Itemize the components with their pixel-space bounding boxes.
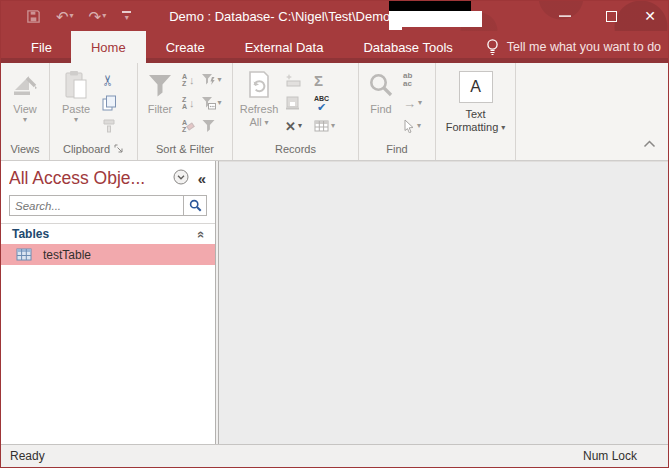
toggle-filter-button[interactable] [198,116,225,136]
search-button[interactable] [183,196,206,215]
select-button[interactable]: ▾ [400,116,425,136]
nav-item-label: testTable [43,248,91,262]
save-record-button[interactable] [282,93,305,113]
tell-me-label: Tell me what you want to do [507,40,661,54]
status-ready: Ready [10,449,583,463]
view-button[interactable]: View ▾ [4,65,46,124]
nav-item-testtable[interactable]: testTable [1,244,215,265]
totals-button[interactable]: Σ [311,70,338,90]
filter-button[interactable]: Filter [141,65,179,116]
tab-database-tools[interactable]: Database Tools [343,31,472,63]
filter-selection-icon [201,73,216,87]
text-formatting-a-icon: A [459,71,493,103]
delete-icon: ✕ [285,120,296,133]
ribbon: View ▾ Views [1,63,668,161]
filter-selection-dropdown-icon: ▾ [218,76,222,84]
save-button[interactable] [26,9,41,24]
close-icon: ✕ [644,8,656,24]
search-input[interactable] [10,196,183,215]
refresh-all-button[interactable]: Refresh All ▾ [236,65,282,129]
ribbon-group-views: View ▾ Views [1,63,50,160]
save-icon [26,9,41,24]
undo-dropdown-icon[interactable]: ▾ [70,12,74,20]
copy-button[interactable] [99,93,120,113]
sort-filter-group-label: Sort & Filter [138,141,232,160]
status-bar: Ready Num Lock [1,444,668,467]
tab-file[interactable]: File [12,31,71,63]
format-painter-button[interactable] [99,116,120,136]
tables-collapse-icon[interactable]: « [195,230,208,237]
spelling-button[interactable]: ABC ✔ [311,93,338,113]
maximize-button[interactable] [590,1,632,31]
replace-button[interactable]: ab ac [400,70,425,90]
new-record-icon [285,73,302,87]
redo-button[interactable]: ↷ ▾ [89,9,107,24]
tab-create[interactable]: Create [146,31,225,63]
access-window: ↶ ▾ ↷ ▾ ▾ Demo : Database- C:\Nigel\Test… [0,0,669,468]
filter-icon [146,67,174,103]
goto-arrow-icon: → [403,97,416,110]
cut-icon: ✂ [99,74,117,87]
remove-sort-eraser-icon [186,122,195,130]
refresh-all-icon [246,67,272,103]
help-button[interactable]: ? [451,1,483,31]
goto-button[interactable]: → ▾ [400,93,425,113]
tables-section-header[interactable]: Tables « [1,223,215,244]
clipboard-dialog-launcher-icon[interactable] [114,144,124,154]
delete-dropdown-icon: ▾ [298,122,302,130]
tables-section-title: Tables [12,227,198,241]
sort-descending-button[interactable]: ZA ↓ [179,93,198,113]
navigation-pane-header[interactable]: All Access Obje... « [1,161,215,194]
spelling-icon: ABC ✔ [314,95,329,112]
view-icon [11,67,39,103]
replace-icon: ab ac [403,72,412,88]
redaction-white-nub [389,26,402,30]
search-icon [189,199,202,212]
clipboard-group-label: Clipboard [63,143,110,155]
minimize-button[interactable] [544,1,586,31]
navigation-menu-button[interactable] [173,169,189,189]
table-icon [16,248,32,261]
paste-button[interactable]: Paste ▾ [53,65,99,124]
more-button[interactable]: ▾ [311,116,338,136]
tab-external-data[interactable]: External Data [225,31,344,63]
ribbon-group-find: Find ab ac → ▾ [359,63,436,160]
tell-me-box[interactable]: Tell me what you want to do [486,31,661,63]
tab-home[interactable]: Home [71,31,146,63]
find-group-label: Find [359,141,435,160]
sort-ascending-button[interactable]: AZ ↓ [179,70,198,90]
undo-icon: ↶ [56,9,69,24]
delete-record-button[interactable]: ✕ ▾ [282,116,305,136]
select-cursor-icon [403,119,415,133]
paste-dropdown-icon: ▾ [74,116,78,124]
remove-sort-button[interactable]: AZ [179,116,198,136]
filter-button-label: Filter [148,103,172,116]
redo-dropdown-icon[interactable]: ▾ [102,12,106,20]
workspace [219,161,668,444]
shutter-bar-close-button[interactable]: « [198,171,206,186]
status-num-lock: Num Lock [583,449,637,463]
tab-home-label: Home [91,40,126,55]
navigation-search-box [9,195,207,216]
find-button-label: Find [370,103,391,116]
text-formatting-button[interactable]: A Text Formatting ▾ [439,65,512,134]
new-record-button[interactable] [282,70,305,90]
close-button[interactable]: ✕ [631,1,669,31]
find-button[interactable]: Find [362,65,400,116]
customize-quick-access-toolbar-button[interactable]: ▾ [121,11,132,22]
navigation-menu-chevron-icon [173,169,189,185]
filter-advanced-button[interactable]: ▾ [198,93,225,113]
collapse-ribbon-button[interactable] [643,134,656,152]
filter-advanced-icon [201,96,216,110]
quick-access-toolbar: ↶ ▾ ↷ ▾ ▾ [26,9,132,24]
undo-button[interactable]: ↶ ▾ [56,9,74,24]
filter-selection-button[interactable]: ▾ [198,70,225,90]
toggle-filter-icon [201,119,216,133]
filter-advanced-dropdown-icon: ▾ [218,99,222,107]
refresh-all-label-line1: Refresh [240,103,279,116]
ribbon-empty-area [516,63,668,160]
sort-ascending-icon: AZ [182,73,187,87]
cut-button[interactable]: ✂ [99,70,120,90]
main-area: All Access Obje... « [1,161,668,444]
refresh-all-label-line2: All [249,116,261,129]
